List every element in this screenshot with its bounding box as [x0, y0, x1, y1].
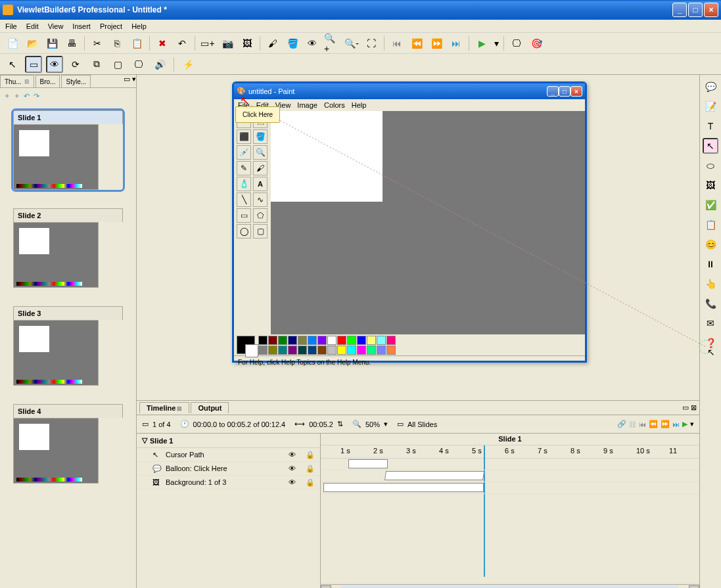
paint-poly[interactable]: ⬠: [253, 208, 267, 223]
play-button[interactable]: ▶: [473, 35, 490, 52]
expand-icon[interactable]: ▽: [142, 436, 147, 445]
loop-button[interactable]: ⟳: [67, 56, 84, 73]
paint-picker[interactable]: 💉: [237, 145, 251, 160]
close-button[interactable]: ×: [704, 3, 718, 17]
right-tool-pause[interactable]: ⏸: [703, 256, 718, 272]
paint-color-2[interactable]: [268, 336, 277, 345]
tab-output[interactable]: Output: [191, 402, 229, 413]
slide-new-button[interactable]: ▭+: [199, 35, 216, 52]
layer-lock[interactable]: 🔒: [306, 478, 315, 487]
menu-help[interactable]: Help: [131, 22, 147, 30]
paste-button[interactable]: 📋: [128, 35, 145, 52]
tl-unlink[interactable]: ⛓: [629, 420, 636, 428]
delete-button[interactable]: ✖: [154, 35, 171, 52]
zoom-fit-button[interactable]: ⛶: [363, 35, 380, 52]
paint-color-8[interactable]: [298, 336, 307, 345]
tl-link[interactable]: 🔗: [617, 420, 626, 428]
paint-color-4[interactable]: [278, 336, 287, 345]
canvas-area[interactable]: ↖ Click Here 🎨 untitled - Paint _ □ × Fi…: [137, 75, 699, 400]
paint-min[interactable]: _: [547, 86, 559, 97]
tl-slide-icon[interactable]: ▭: [142, 420, 149, 428]
first-button[interactable]: ⏮: [388, 35, 406, 52]
eye-view[interactable]: 👁: [46, 56, 63, 73]
left-tab-0[interactable]: Thu...⊠: [0, 75, 34, 87]
paint-pencil[interactable]: ✎: [237, 161, 251, 175]
paint-menu-image[interactable]: Image: [297, 101, 317, 109]
thumbnail-1[interactable]: Slide 1: [13, 110, 123, 190]
right-tool-comment[interactable]: 💬: [703, 79, 718, 95]
layer-visible[interactable]: 👁: [289, 450, 299, 459]
paint-color-9[interactable]: [298, 346, 307, 355]
new-button[interactable]: 📄: [4, 35, 21, 52]
paint-color-18[interactable]: [347, 336, 356, 345]
paint-canvas[interactable]: [271, 111, 585, 334]
right-tool-emoji[interactable]: 😊: [703, 237, 718, 252]
paint-color-16[interactable]: [337, 336, 346, 345]
timeline-slide-header[interactable]: ▽ Slide 1: [137, 434, 320, 448]
right-tool-paste[interactable]: 📋: [703, 217, 718, 233]
cut-button[interactable]: ✂: [89, 35, 106, 52]
tl-last[interactable]: ⏭: [672, 420, 680, 428]
paint-color-17[interactable]: [337, 346, 346, 355]
lightning-button[interactable]: ⚡: [179, 56, 197, 73]
print-button[interactable]: 🖶: [63, 35, 80, 52]
paint-color-15[interactable]: [327, 346, 337, 355]
clip-cursor[interactable]: [348, 459, 388, 468]
bucket-button[interactable]: 🪣: [284, 35, 301, 52]
zoom-out-button[interactable]: 🔍-: [343, 35, 360, 52]
paint-color-12[interactable]: [317, 336, 327, 345]
paint-color-26[interactable]: [386, 336, 396, 345]
brush-button[interactable]: 🖌: [264, 35, 281, 52]
paint-color-11[interactable]: [308, 346, 317, 355]
tl-first[interactable]: ⏮: [639, 420, 646, 428]
layer-visible[interactable]: 👁: [289, 478, 299, 487]
monitor-button[interactable]: 🖵: [130, 56, 147, 73]
paint-color-23[interactable]: [367, 346, 376, 355]
tl-prev[interactable]: ⏪: [649, 420, 658, 428]
paint-color-24[interactable]: [377, 336, 386, 345]
paint-close[interactable]: ×: [570, 86, 582, 97]
paint-zoom[interactable]: 🔍: [253, 145, 267, 160]
preview-button[interactable]: 🖵: [508, 35, 525, 52]
right-tool-msg[interactable]: ✉: [703, 315, 718, 331]
slides-button[interactable]: ⧉: [88, 56, 105, 73]
clip-background[interactable]: [323, 483, 484, 492]
tl-zoom-dropdown[interactable]: ▾: [384, 420, 388, 428]
paint-fg-color[interactable]: [237, 336, 255, 354]
paint-color-5[interactable]: [278, 346, 287, 355]
publish-button[interactable]: 🎯: [528, 35, 545, 52]
tl-layer-1[interactable]: 💬Balloon: Click Here👁🔒: [137, 462, 320, 476]
tl-play[interactable]: ▶: [682, 420, 687, 428]
forward-button[interactable]: ⏩: [428, 35, 445, 52]
layer-lock[interactable]: 🔒: [306, 451, 315, 459]
thumb-undo[interactable]: ↶: [24, 92, 30, 101]
view-button[interactable]: 👁: [304, 35, 321, 52]
maximize-button[interactable]: □: [688, 3, 703, 17]
save-button[interactable]: 💾: [43, 35, 60, 52]
paint-color-3[interactable]: [268, 346, 277, 355]
undo-button[interactable]: ↶: [174, 35, 191, 52]
menu-file[interactable]: File: [5, 22, 17, 30]
tl-layer-0[interactable]: ↖Cursor Path👁🔒: [137, 448, 320, 462]
right-tool-ok[interactable]: ✅: [703, 197, 718, 213]
paint-curve[interactable]: ∿: [253, 192, 267, 207]
paint-text[interactable]: A: [253, 177, 267, 191]
paint-color-1[interactable]: [258, 346, 267, 355]
paint-fill[interactable]: 🪣: [253, 129, 267, 144]
last-button[interactable]: ⏭: [448, 35, 465, 52]
scroll-right[interactable]: ▸: [689, 585, 699, 589]
tab-timeline[interactable]: Timeline⊠: [139, 402, 189, 413]
image-add-button[interactable]: 🖼: [239, 35, 256, 52]
single-button[interactable]: ▢: [109, 56, 126, 73]
paint-color-6[interactable]: [288, 336, 297, 345]
paint-line[interactable]: ╲: [237, 192, 251, 207]
layer-visible[interactable]: 👁: [289, 464, 299, 473]
tl-dur-spinner[interactable]: ⇅: [337, 420, 343, 428]
paint-color-13[interactable]: [317, 346, 327, 355]
camera-button[interactable]: 📷: [219, 35, 236, 52]
paint-color-0[interactable]: [258, 336, 267, 345]
paint-brush[interactable]: 🖌: [253, 161, 267, 175]
paint-roundrect[interactable]: ▢: [253, 224, 267, 238]
paint-color-10[interactable]: [308, 336, 317, 345]
menu-insert[interactable]: Insert: [72, 22, 91, 30]
